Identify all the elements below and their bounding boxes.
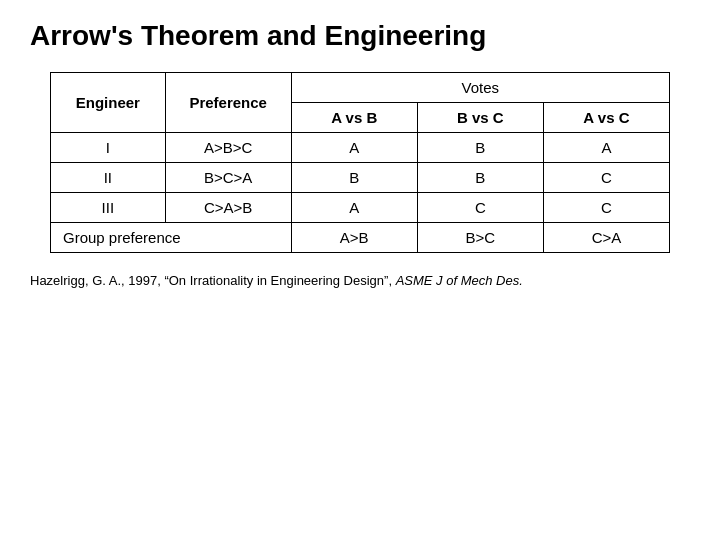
engineer-1: I [51, 133, 166, 163]
engineer-2: II [51, 163, 166, 193]
table-row: III C>A>B A C C [51, 193, 670, 223]
votes-header: Votes [291, 73, 669, 103]
vote-3-ab: A [291, 193, 417, 223]
b-vs-c-header: B vs C [417, 103, 543, 133]
preference-header: Preference [165, 73, 291, 133]
preference-2: B>C>A [165, 163, 291, 193]
vote-1-ac: A [543, 133, 669, 163]
group-vote-ab: A>B [291, 223, 417, 253]
header-row-1: Engineer Preference Votes [51, 73, 670, 103]
citation: Hazelrigg, G. A., 1997, “On Irrationalit… [30, 273, 690, 288]
vote-3-ac: C [543, 193, 669, 223]
vote-1-ab: A [291, 133, 417, 163]
vote-1-bc: B [417, 133, 543, 163]
group-preference-row: Group preference A>B B>C C>A [51, 223, 670, 253]
citation-text: Hazelrigg, G. A., 1997, “On Irrationalit… [30, 273, 392, 288]
table-container: Engineer Preference Votes A vs B B vs C … [50, 72, 670, 253]
a-vs-c-header: A vs C [543, 103, 669, 133]
group-preference-label: Group preference [51, 223, 292, 253]
page-title: Arrow's Theorem and Engineering [30, 20, 690, 52]
group-vote-ac: C>A [543, 223, 669, 253]
a-vs-b-header: A vs B [291, 103, 417, 133]
table-row: II B>C>A B B C [51, 163, 670, 193]
engineer-3: III [51, 193, 166, 223]
preference-3: C>A>B [165, 193, 291, 223]
citation-italic: ASME J of Mech Des. [396, 273, 523, 288]
group-vote-bc: B>C [417, 223, 543, 253]
vote-2-ab: B [291, 163, 417, 193]
vote-2-ac: C [543, 163, 669, 193]
table-row: I A>B>C A B A [51, 133, 670, 163]
preference-1: A>B>C [165, 133, 291, 163]
engineer-header: Engineer [51, 73, 166, 133]
votes-table: Engineer Preference Votes A vs B B vs C … [50, 72, 670, 253]
vote-2-bc: B [417, 163, 543, 193]
vote-3-bc: C [417, 193, 543, 223]
